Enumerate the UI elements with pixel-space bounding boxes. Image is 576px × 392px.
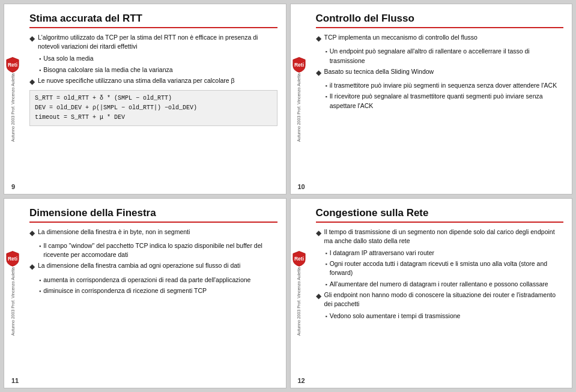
svg-text:Reti: Reti — [8, 62, 17, 68]
bullet-main-1: ◆ Il tempo di trasmissione di un segment… — [316, 228, 564, 246]
brand-text-10: Autunno 2003 Prof. Vincenzo Auletta — [297, 73, 301, 142]
square-icon: ▪ — [326, 82, 327, 90]
square-icon: ▪ — [326, 250, 327, 258]
bullet-sub-3: ▪ diminuisce in corrispondenza di ricezi… — [39, 286, 277, 295]
slide-11-title: Dimensione della Finestra — [29, 207, 277, 223]
formula-line-2: DEV = old_DEV + ρ(|SMPL − old_RTT|) −old… — [35, 103, 272, 113]
bullet-text: La dimensione della finestra cambia ad o… — [38, 261, 240, 270]
brand-logo-10: Reti — [291, 56, 308, 73]
svg-text:Reti: Reti — [294, 256, 303, 262]
bullet-sub-3: ▪ Il ricevitore può segnalare al trasmet… — [326, 92, 564, 110]
square-icon: ▪ — [326, 48, 327, 56]
bullet-text: L'algoritmo utilizzato da TCP per la sti… — [38, 33, 277, 51]
slide-9-content: Stima accurata del RTT ◆ L'algoritmo uti… — [29, 13, 277, 185]
diamond-icon: ◆ — [29, 228, 35, 238]
bullet-text: il trasmettitore può inviare più segment… — [330, 81, 557, 90]
bullet-sub-2: ▪ Ogni router accoda tutti i datagram ri… — [326, 259, 564, 277]
bullet-text: TCP implementa un meccanismo di controll… — [324, 33, 477, 42]
slide-10-body: ◆ TCP implementa un meccanismo di contro… — [316, 33, 564, 112]
diamond-icon: ◆ — [29, 262, 35, 272]
bullet-text: I datagram IP attraversano vari router — [330, 249, 434, 258]
brand-text-9: Autunno 2003 Prof. Vincenzo Auletta — [11, 73, 15, 142]
slide-12-body: ◆ Il tempo di trasmissione di un segment… — [316, 228, 564, 323]
brand-logo-12: Reti — [291, 250, 308, 267]
slide-10-title: Controllo del Flusso — [316, 13, 564, 28]
brand-strip-10: Reti Autunno 2003 Prof. Vincenzo Auletta — [291, 4, 308, 194]
bullet-sub-1: ▪ I datagram IP attraversano vari router — [326, 249, 564, 258]
square-icon: ▪ — [326, 313, 327, 321]
bullet-sub-2: ▪ il trasmettitore può inviare più segme… — [326, 81, 564, 90]
brand-logo-11: Reti — [4, 250, 21, 267]
bullet-text: aumenta in corrispondenza di operazioni … — [43, 276, 250, 285]
bullet-text: Un endpoint può segnalare all'altro di r… — [330, 47, 563, 65]
brand-text-12: Autunno 2003 Prof. Vincenzo Auletta — [297, 267, 301, 336]
bullet-text: Il ricevitore può segnalare al trasmetti… — [330, 92, 563, 110]
bullet-text: Vedono solo aumentare i tempi di trasmis… — [330, 312, 461, 321]
brand-text-11: Autunno 2003 Prof. Vincenzo Auletta — [11, 267, 15, 336]
bullet-text: Bisogna calcolare sia la media che la va… — [43, 65, 172, 74]
bullet-main-2: ◆ Le nuove specifiche utilizzano una sti… — [29, 76, 277, 87]
slide-11: Reti Autunno 2003 Prof. Vincenzo Auletta… — [4, 198, 286, 389]
bullet-sub-2: ▪ Bisogna calcolare sia la media che la … — [39, 65, 277, 74]
slide-12: Reti Autunno 2003 Prof. Vincenzo Auletta… — [290, 198, 573, 389]
bullet-text: Usa solo la media — [43, 54, 93, 63]
brand-strip-12: Reti Autunno 2003 Prof. Vincenzo Auletta — [291, 199, 308, 388]
bullet-text: Il campo "window" del pacchetto TCP indi… — [43, 241, 277, 259]
bullet-text: diminuisce in corrispondenza di ricezion… — [43, 286, 207, 295]
brand-strip-11: Reti Autunno 2003 Prof. Vincenzo Auletta — [4, 199, 21, 388]
bullet-text: All'aumentare del numero di datagram i r… — [330, 280, 548, 289]
diamond-icon: ◆ — [29, 34, 35, 44]
slide-12-content: Congestione sulla Rete ◆ Il tempo di tra… — [316, 207, 564, 380]
bullet-text: Le nuove specifiche utilizzano una stima… — [38, 76, 235, 85]
bullet-sub-3: ▪ All'aumentare del numero di datagram i… — [326, 280, 564, 289]
slide-number-10: 10 — [298, 183, 305, 190]
slide-number-11: 11 — [11, 377, 19, 384]
square-icon: ▪ — [326, 261, 327, 268]
bullet-sub-1: ▪ Il campo "window" del pacchetto TCP in… — [39, 241, 277, 259]
brand-logo-9: Reti — [4, 56, 21, 73]
diamond-icon: ◆ — [316, 228, 321, 238]
square-icon: ▪ — [39, 67, 41, 74]
bullet-text: Il tempo di trasmissione di un segmento … — [324, 228, 564, 246]
formula-line-3: timeout = S_RTT + μ * DEV — [35, 113, 272, 122]
square-icon: ▪ — [39, 243, 41, 250]
svg-text:Reti: Reti — [294, 62, 303, 68]
bullet-main-2: ◆ La dimensione della finestra cambia ad… — [29, 261, 277, 272]
svg-text:Reti: Reti — [8, 256, 17, 262]
bullet-text: La dimensione della finestra è in byte, … — [38, 228, 190, 237]
slide-10: Reti Autunno 2003 Prof. Vincenzo Auletta… — [290, 4, 573, 194]
bullet-sub-1: ▪ Un endpoint può segnalare all'altro di… — [326, 47, 564, 65]
bullet-text: Ogni router accoda tutti i datagram rice… — [330, 259, 563, 277]
bullet-main-1: ◆ L'algoritmo utilizzato da TCP per la s… — [29, 33, 277, 51]
bullet-main-2: ◆ Gli endpoint non hanno modo di conosce… — [316, 291, 564, 309]
bullet-sub-2: ▪ aumenta in corrispondenza di operazion… — [39, 276, 277, 285]
slide-9-title: Stima accurata del RTT — [29, 13, 277, 28]
bullet-main-2: ◆ Basato su tecnica della Sliding Window — [316, 67, 564, 78]
square-icon: ▪ — [326, 281, 327, 289]
slide-11-body: ◆ La dimensione della finestra è in byte… — [29, 228, 277, 298]
slide-number-12: 12 — [298, 377, 305, 384]
bullet-text: Gli endpoint non hanno modo di conoscere… — [324, 291, 564, 309]
slide-12-title: Congestione sulla Rete — [316, 207, 564, 223]
slide-9: Reti Autunno 2003 Prof. Vincenzo Auletta… — [4, 4, 286, 194]
slide-11-content: Dimensione della Finestra ◆ La dimension… — [29, 207, 277, 380]
diamond-icon: ◆ — [29, 77, 35, 87]
square-icon: ▪ — [39, 277, 41, 285]
formula-line-1: S_RTT = old_RTT + δ * (SMPL − old_RTT) — [35, 94, 272, 103]
diamond-icon: ◆ — [316, 291, 321, 301]
diamond-icon: ◆ — [316, 68, 321, 78]
square-icon: ▪ — [39, 55, 41, 63]
formula-box: S_RTT = old_RTT + δ * (SMPL − old_RTT) D… — [29, 90, 277, 126]
slide-9-body: ◆ L'algoritmo utilizzato da TCP per la s… — [29, 33, 277, 129]
slide-number-9: 9 — [11, 183, 15, 190]
slide-10-content: Controllo del Flusso ◆ TCP implementa un… — [316, 13, 564, 185]
square-icon: ▪ — [39, 288, 41, 295]
square-icon: ▪ — [326, 93, 327, 101]
diamond-icon: ◆ — [316, 34, 321, 44]
bullet-sub-4: ▪ Vedono solo aumentare i tempi di trasm… — [326, 312, 564, 321]
bullet-text: Basato su tecnica della Sliding Window — [324, 67, 434, 76]
brand-strip-9: Reti Autunno 2003 Prof. Vincenzo Auletta — [4, 4, 21, 194]
bullet-main-1: ◆ La dimensione della finestra è in byte… — [29, 228, 277, 238]
bullet-sub-1: ▪ Usa solo la media — [39, 54, 277, 63]
bullet-main-1: ◆ TCP implementa un meccanismo di contro… — [316, 33, 564, 44]
